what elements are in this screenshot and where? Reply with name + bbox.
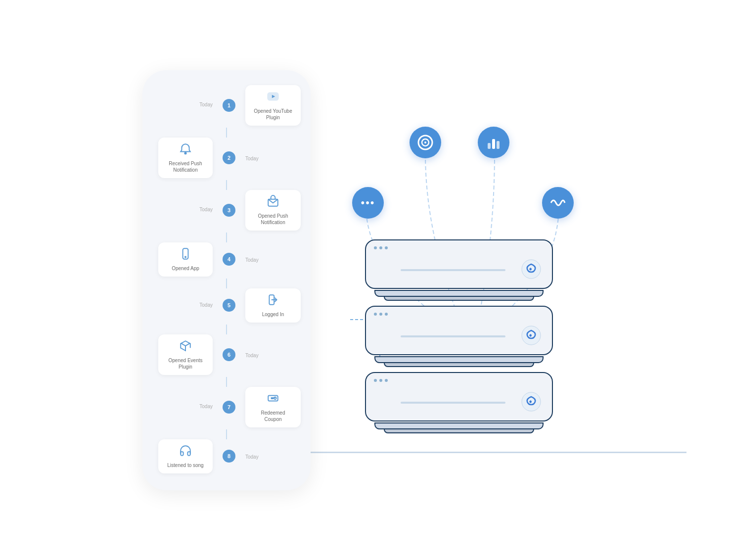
server-dots-2: [374, 313, 388, 316]
server-unit-1: [365, 239, 553, 289]
amplitude-icon: [542, 187, 574, 219]
connector-1-2: [226, 128, 227, 138]
step-center-2: 2: [217, 151, 241, 164]
today-label-4: Today: [245, 257, 259, 263]
server-line-2: [401, 335, 505, 337]
today-label-5: Today: [199, 302, 213, 308]
dots-icon: •••: [352, 187, 384, 219]
event-card-4: Opened App: [158, 242, 213, 277]
row-right-7: RedeemedCoupon: [241, 387, 301, 427]
dot-9: [385, 379, 388, 382]
server-dots-1: [374, 246, 388, 249]
svg-point-9: [274, 397, 276, 399]
dot-8: [379, 379, 382, 382]
step-bubble-5: 5: [223, 299, 235, 312]
step-center-7: 7: [217, 401, 241, 414]
step-bubble-7: 7: [223, 401, 235, 414]
segment-icon: [410, 127, 441, 158]
server-dots-3: [374, 379, 388, 382]
svg-rect-21: [488, 143, 491, 149]
svg-rect-23: [497, 141, 500, 149]
step-bubble-8: 8: [223, 450, 235, 463]
timeline-row-3: Today 3 Opened PushNotification: [152, 190, 301, 231]
svg-rect-22: [492, 139, 495, 149]
row-right-4: Today: [241, 255, 301, 264]
headphones-icon: [179, 444, 192, 460]
today-label-2: Today: [245, 156, 259, 161]
server-logo-1: [520, 258, 542, 280]
timeline-row-7: Today 7 RedeemedCoupon: [152, 387, 301, 427]
dot-6: [385, 313, 388, 316]
server-logo-2: [520, 325, 542, 346]
login-icon: [267, 293, 279, 309]
row-left-4: Opened App: [152, 242, 217, 277]
server-logo-3: [520, 391, 542, 413]
timeline-row-6: Opened EventsPlugin 6 Today: [152, 334, 301, 375]
event-label-7: RedeemedCoupon: [261, 410, 285, 422]
row-right-1: Opened YouTubePlugin: [241, 85, 301, 126]
event-label-4: Opened App: [172, 265, 199, 272]
server-content-3: [376, 381, 542, 413]
row-right-8: Today: [241, 452, 301, 461]
today-label-1: Today: [199, 102, 213, 107]
timeline-row-4: Opened App 4 Today: [152, 242, 301, 277]
dot-2: [379, 246, 382, 249]
event-card-8: Listened to song: [158, 439, 213, 473]
timeline-row-8: Listened to song 8 Today: [152, 439, 301, 473]
event-label-8: Listened to song: [167, 462, 203, 468]
step-center-5: 5: [217, 299, 241, 312]
server-1: [365, 239, 553, 301]
event-card-1: Opened YouTubePlugin: [245, 85, 301, 126]
today-label-6: Today: [245, 353, 259, 358]
timeline-row-2: Received PushNotification 2 Today: [152, 138, 301, 178]
today-label-8: Today: [245, 454, 259, 460]
connector-2-3: [226, 180, 227, 190]
dot-5: [379, 313, 382, 316]
servers-stack: [365, 239, 553, 433]
floating-icons-container: •••: [350, 107, 588, 245]
today-label-7: Today: [199, 404, 213, 409]
svg-point-20: [424, 141, 426, 143]
server-shelf2-2: [384, 362, 534, 367]
row-right-5: Logged In: [241, 288, 301, 323]
step-bubble-2: 2: [223, 151, 235, 164]
dot-7: [374, 379, 377, 382]
coupon-icon: [267, 392, 279, 408]
server-content-1: [376, 248, 542, 280]
step-center-4: 4: [217, 253, 241, 266]
today-label-3: Today: [199, 207, 213, 212]
svg-point-5: [185, 256, 186, 257]
step-bubble-1: 1: [223, 99, 235, 112]
phone-mockup: Today 1 Opened YouTubePlugin: [142, 70, 311, 490]
svg-point-2: [184, 152, 186, 154]
connector-7-8: [226, 429, 227, 439]
dot-4: [374, 313, 377, 316]
step-bubble-6: 6: [223, 348, 235, 361]
connector-3-4: [226, 233, 227, 242]
row-left-6: Opened EventsPlugin: [152, 334, 217, 375]
event-label-6: Opened EventsPlugin: [169, 357, 203, 370]
step-center-8: 8: [217, 450, 241, 463]
server-unit-3: [365, 372, 553, 421]
server-shelf2-1: [384, 296, 534, 301]
bell-icon: [179, 142, 192, 158]
ground-line: [301, 452, 686, 453]
dot-3: [385, 246, 388, 249]
server-area: •••: [350, 107, 588, 453]
server-line-1: [401, 269, 505, 271]
phone-icon: [179, 247, 192, 263]
timeline-row-1: Today 1 Opened YouTubePlugin: [152, 85, 301, 126]
step-center-3: 3: [217, 204, 241, 217]
event-label-3: Opened PushNotification: [258, 213, 288, 226]
row-right-2: Today: [241, 153, 301, 162]
event-card-2: Received PushNotification: [158, 138, 213, 178]
event-label-1: Opened YouTubePlugin: [254, 108, 292, 121]
event-card-7: RedeemedCoupon: [245, 387, 301, 427]
row-left-8: Listened to song: [152, 439, 217, 473]
box-icon: [179, 339, 192, 355]
event-card-5: Logged In: [245, 288, 301, 323]
server-unit-2: [365, 306, 553, 355]
connector-4-5: [226, 279, 227, 288]
server-line-3: [401, 402, 505, 404]
connector-6-7: [226, 377, 227, 387]
